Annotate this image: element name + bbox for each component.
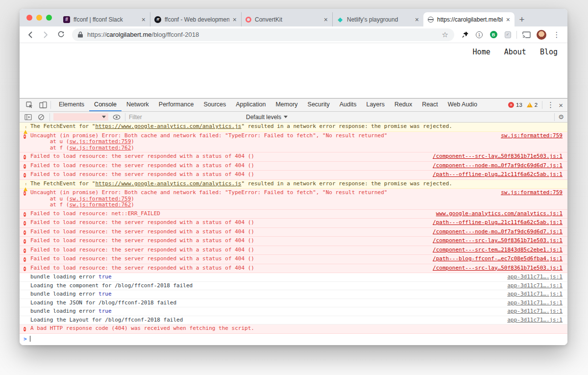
back-button[interactable] [24,29,36,41]
devtools-tab-audits[interactable]: Audits [335,99,362,111]
console-settings-button[interactable] [558,113,564,121]
inline-source-link[interactable]: sw.js:formatted:759 [70,138,131,145]
message-segment: at u ( [30,138,70,145]
nav-link-about[interactable]: About [504,48,526,56]
inline-source-link[interactable]: sw.js:formatted:759 [70,196,131,202]
console-message-error: Failed to load resource: the server resp… [20,162,567,171]
message-text: Loading the component for /blog/ffconf-2… [30,283,500,289]
log-levels-dropdown[interactable]: Default levels [246,114,288,121]
device-toolbar-button[interactable] [37,99,49,111]
lock-icon [78,31,83,38]
minimize-window-button[interactable] [36,15,42,21]
source-link[interactable]: /component---node-mo…0f7af9dc69d6d7.js:1 [433,163,563,169]
source-link[interactable]: app-3d11c71….js:1 [507,300,563,306]
profile-avatar[interactable] [536,29,547,41]
error-icon [24,212,26,217]
source-link[interactable]: /component---node-mo…0f7af9dc69d6d7.js:1 [433,229,563,235]
devtools-tab-redux[interactable]: Redux [390,99,417,111]
devtools-tab-network[interactable]: Network [122,99,154,111]
devtools-menu-button[interactable] [547,100,554,109]
devtools-tab-layers[interactable]: Layers [361,99,390,111]
warning-count-badge[interactable]: 2 [527,102,538,108]
source-link[interactable]: app-3d11c71….js:1 [507,317,563,324]
browser-tab[interactable]: Netlify's playground [332,12,423,26]
inline-source-link[interactable]: https://www.google-analytics.com/analyti… [95,180,241,187]
globe-favicon-icon [428,17,434,23]
error-count-badge[interactable]: 13 [508,102,522,108]
message-segment: bundle loading error [30,291,98,297]
tab-close-icon[interactable] [415,16,419,23]
console-sidebar-button[interactable] [23,113,33,122]
javascript-context-select[interactable] [53,113,108,121]
source-link[interactable]: sw.js:formatted:759 [501,133,563,139]
message-text: A bad HTTP response code (404) was recei… [30,325,563,332]
console-prompt[interactable]: > [20,334,567,344]
nav-link-home[interactable]: Home [473,48,490,56]
source-link[interactable]: /component---src-lay…50f8361b71e503.js:1 [433,265,563,272]
message-line: The FetchEvent for "https://www.google-a… [30,124,563,130]
message-text: Failed to load resource: the server resp… [30,163,426,169]
grey-extension-button[interactable] [502,29,513,40]
clear-console-button[interactable] [36,113,46,122]
browser-tab[interactable]: ConvertKit [241,12,332,26]
devtools-tab-console[interactable]: Console [89,99,122,111]
message-text: Uncaught (in promise) Error: Both cache … [30,133,494,151]
inspect-element-button[interactable] [23,99,36,111]
console-toolbar-divider [125,113,125,121]
log-icon-cell [24,317,30,318]
source-link[interactable]: app-3d11c71….js:1 [507,283,563,289]
source-link[interactable]: app-3d11c71….js:1 [507,274,563,280]
tab-close-icon[interactable] [233,16,237,23]
devtools-tab-performance[interactable]: Performance [154,99,199,111]
source-link[interactable]: /component---src-lay…50f8361b71e503.js:1 [433,238,563,244]
source-link[interactable]: /path---blog-ffconf-…ec7c08e5d6fba4.js:1 [433,256,563,262]
devtools-tab-web-audio[interactable]: Web Audio [443,99,482,111]
message-segment: Loading the component for /blog/ffconf-2… [30,282,193,289]
browser-tab[interactable]: ffconf - Web development & J [150,12,241,26]
pin-extension-button[interactable] [460,29,470,40]
source-link[interactable]: app-3d11c71….js:1 [507,308,563,315]
tab-close-icon[interactable] [506,16,510,23]
source-link[interactable]: app-3d11c71….js:1 [507,291,563,298]
url-text: https://carolgilabert.me/blog/ffconf-201… [87,31,438,38]
source-link[interactable]: www.google-analytics.com/analytics.js:1 [436,211,563,217]
source-link[interactable]: /path---offline-plug…21c11f6a62c5ab.js:1 [433,172,563,178]
console-filter-input[interactable] [129,114,243,121]
chrome-menu-button[interactable] [551,29,563,41]
reload-button[interactable] [55,29,67,41]
close-window-button[interactable] [26,15,32,21]
error-icon [24,164,26,169]
message-text: Failed to load resource: the server resp… [30,238,426,244]
browser-tab[interactable]: ffconf | ffconf Slack [59,12,150,26]
inline-source-link[interactable]: https://www.google-analytics.com/analyti… [95,123,241,129]
zoom-window-button[interactable] [46,15,52,21]
green-badge-extension-button[interactable] [488,29,499,40]
devtools-tab-application[interactable]: Application [231,99,270,111]
devtools-tab-memory[interactable]: Memory [270,99,302,111]
browser-tab[interactable]: https://carolgilabert.me/blog/ff [423,12,514,26]
devtools-tab-elements[interactable]: Elements [54,99,89,111]
error-icon [24,327,26,331]
source-link[interactable]: /component---src-tem…21843d85c2ebe1.js:1 [433,247,563,253]
new-tab-button[interactable] [514,12,529,26]
bookmark-star-icon[interactable] [442,30,448,39]
address-bar[interactable]: https://carolgilabert.me/blog/ffconf-201… [72,28,454,41]
inline-source-link[interactable]: sw.js:formatted:762 [70,201,131,208]
tab-close-icon[interactable] [142,16,146,23]
circle-1-extension-button[interactable] [474,29,485,40]
source-link[interactable]: /path---offline-plug…21c11f6a62c5ab.js:1 [433,220,563,226]
cast-button[interactable] [520,29,532,41]
live-expression-button[interactable] [112,113,122,122]
nav-link-blog[interactable]: Blog [540,48,558,56]
source-link[interactable]: sw.js:formatted:759 [501,190,563,196]
devtools-close-button[interactable] [559,101,563,109]
console-message-log: bundle loading error trueapp-3d11c71….js… [20,307,567,316]
source-link[interactable]: /component---src-lay…50f8361b71e503.js:1 [433,153,563,160]
devtools-tab-sources[interactable]: Sources [198,99,231,111]
forward-button[interactable] [40,29,51,41]
devtools-tab-security[interactable]: Security [303,99,335,111]
devtools-tab-react[interactable]: React [417,99,443,111]
tab-close-icon[interactable] [324,16,328,23]
message-line: Loading the JSON for /blog/ffconf-2018 f… [30,300,500,306]
inline-source-link[interactable]: sw.js:formatted:762 [70,145,131,151]
